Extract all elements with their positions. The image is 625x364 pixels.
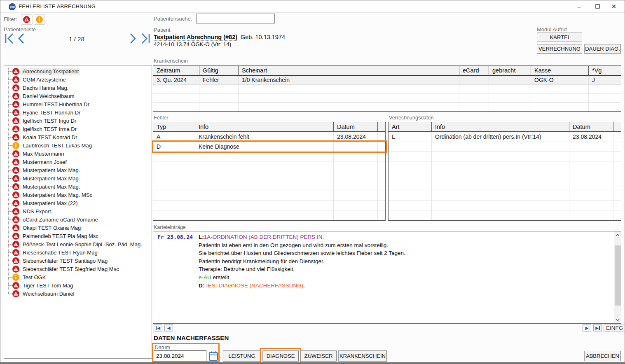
column-header[interactable]: Kasse [531, 66, 589, 75]
table-row-empty[interactable] [153, 93, 621, 103]
patient-tree-item[interactable]: Siebenschläfer TEST Siegfried Mag Msc [8, 265, 152, 273]
scroll-up-icon[interactable] [614, 231, 621, 238]
table-row[interactable]: AKrankenschein fehlt23.08.2024 [153, 132, 385, 142]
filter-info-toggle[interactable] [34, 14, 45, 25]
column-header[interactable]: gebracht [489, 66, 531, 75]
abbrechen-button[interactable]: ABBRECHEN [584, 351, 621, 361]
column-header[interactable] [612, 66, 621, 75]
patient-tree-item[interactable]: Test ÖGK [8, 273, 152, 281]
kartei-next-button[interactable]: ▶ [583, 324, 591, 331]
patient-tree-item[interactable]: Mustermann Josef [8, 158, 152, 166]
table-row-empty[interactable] [153, 181, 385, 191]
scroll-down-icon[interactable] [614, 316, 621, 323]
leistung-button[interactable]: LEISTUNG [223, 350, 261, 362]
table-row-empty[interactable] [389, 161, 621, 171]
patient-tree-item[interactable]: Daniel Weichselbaum [8, 92, 152, 100]
datum-input[interactable] [154, 350, 206, 361]
patient-tree-item[interactable]: Musterpatient Max (22) [8, 199, 152, 207]
table-row-empty[interactable] [389, 152, 621, 162]
table-row-empty[interactable] [153, 201, 385, 211]
patient-tree-item[interactable]: Musterpatient Max Mag. [8, 166, 152, 174]
fehler-table[interactable]: TypInfoDatumAKrankenschein fehlt23.08.20… [153, 122, 386, 221]
vertical-scrollbar[interactable] [614, 231, 621, 323]
patient-tree-item[interactable]: Tiger TEST Tom Mag [8, 281, 152, 289]
verrechnungsdaten-table[interactable]: ArtInfoDatumLOrdination (ab der dritten)… [388, 122, 621, 221]
table-row[interactable]: LOrdination (ab der dritten) pers.In (Vt… [389, 132, 621, 142]
column-header[interactable]: Typ [153, 122, 195, 131]
table-row-empty[interactable] [153, 161, 385, 171]
patient-tree-item[interactable]: Riesenschabe TEST Ryan Mag [8, 248, 152, 257]
patient-tree-item[interactable]: Palmendieb TEST Pia Mag Msc [8, 232, 152, 240]
warning-icon [12, 101, 19, 108]
close-button[interactable]: ✕ [605, 0, 623, 13]
table-row-empty[interactable] [389, 171, 621, 181]
warning-icon [12, 167, 19, 174]
patient-tree-item[interactable]: Max Mustermann [8, 149, 152, 158]
maximize-button[interactable] [588, 0, 606, 13]
patient-tree-item[interactable]: Hyäne TEST Hannah Dr [8, 108, 152, 117]
calendar-button[interactable] [208, 351, 218, 361]
patient-tree-item[interactable]: Siebenschläfer TEST Santiago Mag [8, 257, 152, 265]
patient-tree-item[interactable]: Weichselbaum Daniel [8, 289, 152, 298]
patient-search-input[interactable] [196, 14, 275, 23]
patient-tree-item[interactable]: CGM Arztsysteme [8, 75, 152, 84]
table-row[interactable]: DKeine Diagnose [153, 142, 385, 152]
patient-tree-item[interactable]: Igelfisch TEST Irma Dr [8, 125, 152, 133]
patient-tree-item[interactable]: Pößneck-Test Leonie-Sophie Dipl.-Soz. Pä… [8, 240, 152, 248]
table-row-empty[interactable] [153, 85, 621, 94]
column-header[interactable]: Zeitraum [153, 66, 199, 75]
column-header[interactable] [378, 122, 385, 131]
last-patient-button[interactable] [140, 33, 150, 46]
table-row-empty[interactable] [153, 210, 385, 220]
column-header[interactable]: Info [432, 122, 569, 131]
column-header[interactable] [613, 122, 621, 131]
previous-patient-button[interactable] [17, 33, 25, 46]
column-header[interactable]: Datum [334, 122, 378, 131]
table-row[interactable]: 3. Qu. 2024Fehler1/0 KrankenscheinÖGK-OJ [153, 76, 621, 85]
column-header[interactable]: eCard [459, 66, 489, 75]
column-header[interactable]: Scheinart [239, 66, 459, 75]
zuweiser-button[interactable]: ZUWEISER [300, 350, 337, 362]
kartei-button[interactable]: KARTEI [537, 33, 582, 42]
next-patient-button[interactable] [129, 33, 137, 46]
table-row-empty[interactable] [389, 142, 621, 152]
first-patient-button[interactable] [5, 33, 14, 46]
patient-tree-item[interactable]: oCard-Zuname oCard-Vorname [8, 215, 152, 224]
table-row-empty[interactable] [153, 152, 385, 162]
filter-warning-toggle[interactable] [21, 14, 32, 25]
karteieintraege-panel[interactable]: Fr 23.08.24 L:1A-ORDINATION (AB DER DRIT… [153, 231, 621, 324]
patient-tree-item[interactable]: Igelfisch TEST Ingo Dr [8, 117, 152, 125]
table-row-empty[interactable] [389, 191, 621, 201]
kartei-first-button[interactable]: ◀ [154, 324, 162, 331]
patient-tree-item[interactable]: Okapi TEST Oxana Mag [8, 224, 152, 232]
patient-tree-item[interactable]: Musterpatient Max Mag. [8, 182, 152, 191]
kartei-last-button[interactable]: ▶ [593, 324, 602, 331]
table-row-empty[interactable] [389, 210, 621, 220]
patient-tree-item[interactable]: Musterpatient Max Mag. MSc [8, 191, 152, 199]
column-header[interactable]: Art [389, 122, 432, 131]
krankenschein-button[interactable]: KRANKENSCHEIN [338, 350, 387, 362]
patient-tree-item[interactable]: Laubfrosch TEST Lukas Mag [8, 141, 152, 149]
patient-tree-item[interactable]: Hummel TEST Hubertina Dr [8, 100, 152, 108]
patient-tree-item[interactable]: Abrechnung Testpatient [8, 67, 152, 75]
table-row-empty[interactable] [153, 171, 385, 181]
verrechnung-button[interactable]: VERRECHNUNG [537, 44, 582, 54]
patient-tree-item[interactable]: Musterpatient Max Mag. [8, 174, 152, 182]
column-header[interactable]: *Vg [589, 66, 612, 75]
kartei-previous-button[interactable]: ◀ [164, 324, 173, 331]
krankenschein-table[interactable]: ZeitraumGültigScheinarteCardgebrachtKass… [153, 65, 621, 112]
table-row-empty[interactable] [389, 201, 621, 211]
patient-tree-item[interactable]: Dachs Hanna Mag. [8, 84, 152, 92]
minimize-button[interactable]: – [570, 0, 588, 13]
table-row-empty[interactable] [389, 181, 621, 191]
dauer-diag-button[interactable]: DAUER DIAG. [584, 44, 621, 54]
column-header[interactable]: Info [195, 122, 334, 131]
patient-tree-item[interactable]: Koala TEST Konrad Dr [8, 133, 152, 141]
table-row-empty[interactable] [153, 191, 385, 201]
column-header[interactable]: Gültig [199, 66, 239, 75]
scrollbar-thumb[interactable] [615, 245, 621, 306]
table-row-empty[interactable] [153, 103, 621, 112]
column-header[interactable]: Datum [569, 122, 613, 131]
diagnose-button[interactable]: DIAGNOSE [262, 350, 299, 362]
patient-tree-item[interactable]: NDS Export [8, 207, 152, 215]
